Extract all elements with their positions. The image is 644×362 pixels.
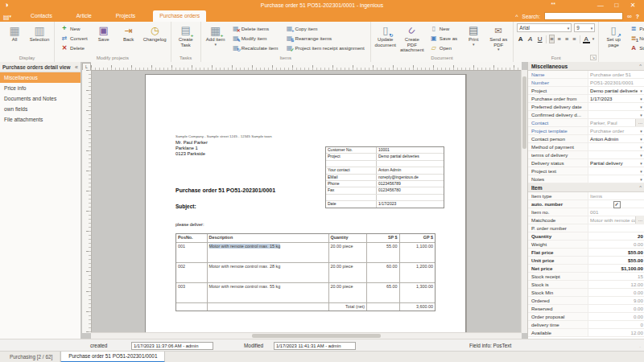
property-value-number[interactable]: PO51-202301/0001 — [588, 79, 644, 86]
close-icon[interactable]: ✕ — [626, 0, 639, 10]
save-as-button[interactable]: ▣Save as — [427, 34, 460, 43]
minimize-icon[interactable]: — — [594, 0, 607, 10]
dropdown-arrow-icon[interactable]: ▾ — [638, 161, 644, 166]
sidebar-item-own-fields[interactable]: own fields — [0, 104, 80, 114]
dropdown-arrow-icon[interactable]: ▾ — [638, 129, 644, 134]
scrollbar-thumb[interactable] — [252, 334, 381, 338]
back-button[interactable]: ⇥Back — [118, 23, 140, 55]
selection-button[interactable]: ▥Selection — [28, 23, 51, 55]
print-button[interactable]: ▤Print▾ — [462, 23, 485, 55]
property-value-reserved[interactable]: 0.00 — [588, 305, 644, 312]
property-value-stock-is[interactable]: 12.00 — [588, 281, 644, 288]
scrollbar-thumb[interactable] — [522, 76, 526, 149]
dropdown-arrow-icon[interactable]: ▾ — [638, 169, 644, 174]
dropdown-arrow-icon[interactable]: ▾ — [638, 153, 644, 158]
add-item-button[interactable]: ▦+Add item▾ — [204, 23, 227, 55]
create-task-button[interactable]: ▤+Create Task — [175, 23, 197, 55]
property-value-delivery-time[interactable]: 0 — [588, 321, 644, 328]
dropdown-arrow-icon[interactable]: ▾ — [638, 113, 644, 117]
vertical-scrollbar[interactable] — [521, 70, 527, 333]
property-value-quantity[interactable]: 20 — [588, 232, 644, 240]
chevron-down-icon[interactable]: ▾ — [592, 37, 595, 41]
font-dialog-launcher-icon[interactable]: ↘ — [590, 55, 597, 60]
rearrange-items-button[interactable]: ▦⇅Rearrange items — [283, 34, 366, 43]
changelog-button[interactable]: ◷Changelog — [142, 23, 167, 55]
property-value-auto-number[interactable]: ✓ — [588, 200, 644, 208]
property-value-unit-price[interactable]: $55.00 — [588, 257, 644, 264]
bottom-tab-purchase-order-51-po51-202301-0001[interactable]: Purchase order 51 PO51-202301/0001 — [60, 352, 165, 362]
checkbox-checked-icon[interactable]: ✓ — [613, 201, 621, 208]
delete-items-button[interactable]: ▦✕Delete items — [229, 24, 281, 33]
create-pdf-attachment-button[interactable]: ∪Create PDF attachment — [399, 23, 425, 55]
property-value-stock-receipt[interactable]: 15 — [588, 273, 644, 280]
new-button[interactable]: ▯New — [427, 24, 460, 33]
new-button[interactable]: +New — [58, 24, 90, 33]
collapse-icon[interactable]: ^ — [639, 64, 642, 68]
dropdown-arrow-icon[interactable]: ▾ — [638, 88, 644, 93]
dropdown-arrow-icon[interactable]: ▾ — [638, 145, 644, 150]
property-value-ordered[interactable]: 9.00 — [588, 297, 644, 304]
collapse-ribbon-icon[interactable]: ^ — [515, 14, 518, 19]
ellipsis-button[interactable]: … — [635, 119, 644, 126]
dropdown-arrow-icon[interactable]: ▾ — [638, 105, 644, 109]
property-value-item-no[interactable]: 001 — [588, 208, 644, 216]
dropdown-arrow-icon[interactable]: ▾ — [638, 137, 644, 142]
chevrons-left-icon[interactable]: « — [75, 64, 78, 70]
maximize-icon[interactable]: □ — [610, 0, 623, 10]
sidebar-item-price-info[interactable]: Price info — [0, 83, 80, 93]
property-value-order-proposal[interactable]: 0.00 — [588, 313, 644, 320]
tab-article[interactable]: Article — [70, 10, 98, 22]
collapse-icon[interactable]: ^ — [639, 185, 642, 190]
section-header-item[interactable]: Item^ — [528, 183, 644, 192]
modify-item-button[interactable]: ▦✎Modify item — [229, 34, 281, 43]
recalculate-item-button[interactable]: ▦↻Recalculate item — [229, 43, 281, 52]
all-button[interactable]: ▦All — [3, 23, 26, 55]
section-header-miscellaneous[interactable]: Miscellaneous^ — [528, 62, 644, 71]
property-value-flat-price[interactable]: $55.00 — [588, 249, 644, 256]
italic-button[interactable]: A — [526, 35, 534, 43]
font-family-select[interactable]: Arial▾ — [517, 23, 572, 32]
dropdown-arrow-icon[interactable]: ▾ — [638, 177, 644, 182]
send-as-pdf-button[interactable]: ✉Send as PDF▾ — [487, 23, 510, 55]
align-justify-icon[interactable]: ≡ — [572, 35, 576, 43]
property-value-delivery-status[interactable]: Partial delivery — [588, 159, 638, 167]
property-value-name[interactable]: Purchase order 51 — [588, 71, 644, 78]
property-value-matchcode[interactable]: Motor with remote contr... — [588, 216, 635, 224]
property-value-contact[interactable]: Parker, Paul — [588, 119, 635, 126]
tab-contacts[interactable]: Contacts — [24, 10, 59, 22]
sidebar-item-file-attachments[interactable]: File attachments — [0, 114, 80, 125]
property-value-net-price[interactable]: $1,100.00 — [588, 265, 644, 272]
font-color-button[interactable]: A — [583, 35, 590, 43]
align-center-icon[interactable]: ≡ — [557, 35, 562, 43]
bold-button[interactable]: A — [517, 35, 524, 43]
help-icon[interactable]: ? — [636, 14, 639, 19]
align-right-icon[interactable]: ≡ — [564, 35, 569, 43]
menu-icon[interactable]: ▤▾ — [3, 11, 11, 23]
underline-button[interactable]: U — [536, 35, 543, 43]
property-value-project[interactable]: Demo partial deliveries — [588, 87, 638, 94]
search-input[interactable] — [544, 12, 623, 20]
tab-projects[interactable]: Projects — [109, 10, 142, 22]
set-up-page-button[interactable]: ▯↗Set up page — [602, 23, 625, 55]
sidebar-item-miscellaneous[interactable]: Miscellaneous — [0, 72, 80, 83]
property-value-weight[interactable]: 0.00 — [588, 241, 644, 248]
font-size-select[interactable]: 9▾ — [574, 23, 595, 32]
property-value-contact-person[interactable]: Anton Admin — [588, 135, 638, 142]
align-left-icon[interactable]: ≡ — [549, 35, 554, 43]
dropdown-arrow-icon[interactable]: ▾ — [638, 97, 644, 101]
ellipsis-button[interactable]: … — [635, 216, 644, 224]
property-value-available[interactable]: 12.00 — [588, 329, 644, 336]
project-item-receipt-assignment-button[interactable]: ▦✓Project item receipt assignment — [283, 43, 366, 52]
property-value-project-template[interactable]: Purchase order — [588, 127, 638, 134]
update-document-button[interactable]: ▯↻Update document — [374, 23, 397, 55]
copy-item-button[interactable]: ▦+Copy item — [283, 24, 366, 33]
paragraph-button[interactable]: ≣Paragraph — [627, 24, 644, 33]
binoculars-search-icon[interactable]: ∞ — [627, 13, 632, 20]
property-value-purchase-order-from[interactable]: 1/17/2023 — [588, 95, 638, 102]
save-button[interactable]: ▣Save — [93, 23, 115, 55]
bottom-tab-purchasing-2-62[interactable]: Purchasing [2 / 62] — [2, 352, 60, 362]
styles-button[interactable]: AStyles — [627, 43, 644, 52]
property-value-stock-min[interactable]: 0.00 — [588, 289, 644, 296]
delete-button[interactable]: ✕Delete — [58, 43, 90, 52]
tab-purchase-orders[interactable]: Purchase orders — [153, 10, 206, 22]
